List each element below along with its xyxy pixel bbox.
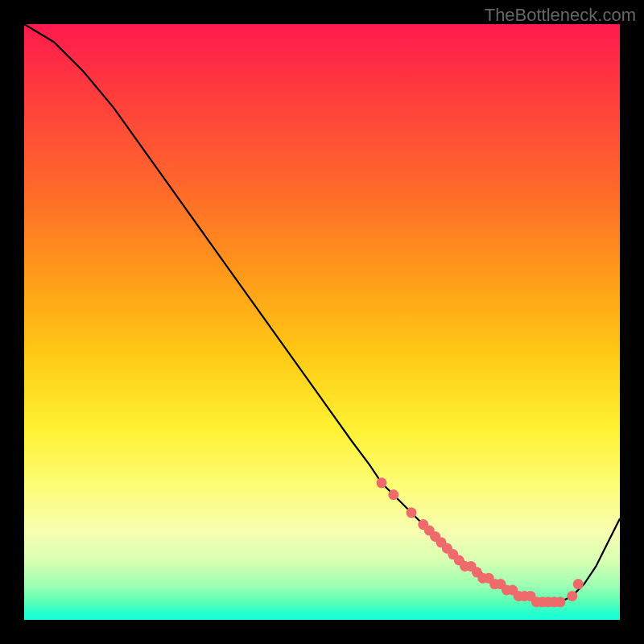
watermark-text: TheBottleneck.com [485,5,636,26]
plot-area [24,24,620,620]
gradient-background [24,24,620,620]
chart-container: TheBottleneck.com [0,0,644,644]
